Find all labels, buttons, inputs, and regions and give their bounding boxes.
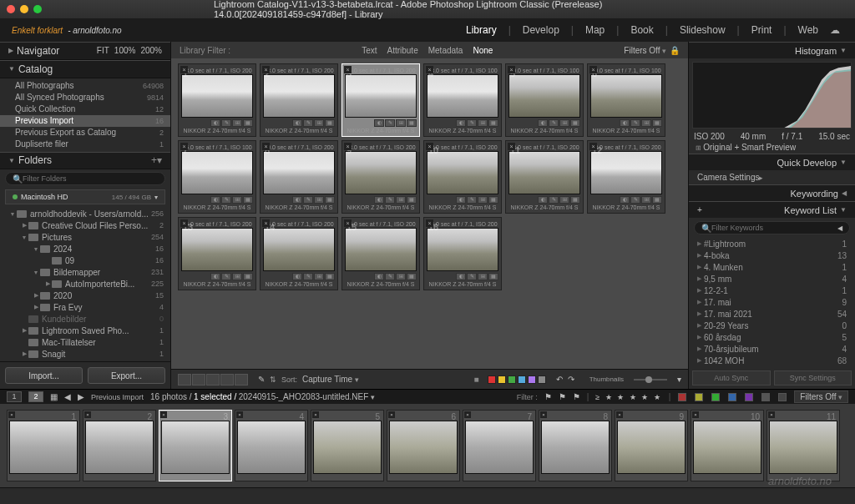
thumbnail-image[interactable]: [427, 228, 498, 271]
module-print[interactable]: Print: [748, 24, 776, 36]
import-button[interactable]: Import...: [5, 367, 83, 384]
badge-icon[interactable]: ✎: [221, 273, 231, 280]
badge-icon[interactable]: ⊞: [478, 196, 488, 204]
filmstrip[interactable]: ×1×2×3×4×5×6×7×8×9×10×11: [0, 404, 855, 487]
cell-close-icon[interactable]: ×: [160, 411, 167, 418]
rating-filter[interactable]: ≥ ★ ★ ★ ★ ★: [595, 393, 661, 401]
thumbnail-image[interactable]: [181, 74, 253, 118]
navigator-zoom-options[interactable]: FIT 100% 200%: [97, 46, 162, 55]
badge-icon[interactable]: ▦: [488, 119, 498, 127]
cell-close-icon[interactable]: ×: [262, 219, 270, 227]
module-develop[interactable]: Develop: [519, 24, 563, 36]
clear-icon[interactable]: ◀: [837, 224, 842, 232]
catalog-panel-header[interactable]: ▼ Catalog: [0, 60, 170, 78]
keyword-item[interactable]: ▶20-29 Years0: [689, 320, 855, 331]
badge-icon[interactable]: ✎: [303, 119, 313, 127]
catalog-item[interactable]: Dupliserte filer1: [0, 139, 170, 150]
catalog-item[interactable]: Previous Export as Catalog2: [0, 127, 170, 139]
toolbar-menu-icon[interactable]: ▾: [677, 375, 681, 384]
badge-icon[interactable]: ✎: [467, 196, 477, 204]
cell-close-icon[interactable]: ×: [768, 411, 775, 418]
grid-cell[interactable]: ×1213.0 sec at f / 7.1, ISO 200◐✎⊞▦NIKKO…: [587, 140, 665, 214]
badge-icon[interactable]: ◐: [210, 196, 220, 204]
folder-item[interactable]: ▶AutoImporterteBi...225: [0, 278, 170, 290]
thumbnail-image[interactable]: [263, 74, 335, 118]
filmstrip-cell[interactable]: ×10: [691, 410, 764, 481]
badge-icon[interactable]: ▦: [488, 196, 498, 204]
badge-icon[interactable]: ◐: [374, 119, 384, 127]
grid-cell[interactable]: ×1615.0 sec at f / 7.1, ISO 200◐✎⊞▦NIKKO…: [423, 217, 502, 290]
grid-cell[interactable]: ×1415.0 sec at f / 7.1, ISO 200◐✎⊞▦NIKKO…: [260, 217, 338, 290]
cell-close-icon[interactable]: ×: [616, 411, 623, 418]
keyword-item[interactable]: ▶70-årsjubileum4: [689, 343, 855, 355]
catalog-item[interactable]: Quick Collection12: [0, 103, 170, 115]
badge-icon[interactable]: ◐: [210, 273, 220, 280]
volume-header[interactable]: Macintosh HD 145 / 494 GB ▾: [5, 189, 165, 204]
cell-close-icon[interactable]: ×: [426, 66, 433, 73]
folder-item[interactable]: ▶Snagit1: [0, 348, 170, 360]
badge-icon[interactable]: ◐: [292, 273, 302, 280]
keyword-item[interactable]: ▶1042 MOH68: [689, 355, 855, 366]
quick-develop-panel-header[interactable]: Quick Develop ▼: [689, 154, 855, 170]
flag-filter-icon[interactable]: ⚑: [559, 392, 566, 401]
badge-icon[interactable]: ◐: [374, 273, 384, 280]
catalog-item[interactable]: All Synced Photographs9814: [0, 92, 170, 103]
filters-off-dropdown[interactable]: Filters Off ▾: [624, 46, 666, 55]
filmstrip-thumbnail[interactable]: [389, 421, 458, 474]
flag-filter-icon[interactable]: ⚑: [573, 392, 580, 401]
filmstrip-thumbnail[interactable]: [85, 421, 154, 474]
thumbnail-image[interactable]: [427, 74, 498, 118]
module-web[interactable]: Web: [795, 24, 822, 36]
badge-icon[interactable]: ⊞: [641, 119, 651, 127]
badge-icon[interactable]: ✎: [467, 119, 477, 127]
badge-icon[interactable]: ⊞: [396, 119, 406, 127]
badge-icon[interactable]: ▦: [325, 196, 335, 204]
badge-icon[interactable]: ◐: [456, 273, 466, 280]
module-book[interactable]: Book: [627, 24, 656, 36]
badge-icon[interactable]: ▦: [652, 119, 662, 127]
filmstrip-thumbnail[interactable]: [769, 421, 837, 474]
badge-icon[interactable]: ▦: [407, 196, 417, 204]
badge-icon[interactable]: ◐: [620, 119, 630, 127]
folder-item[interactable]: ▶Creative Cloud Files Perso...2: [0, 219, 170, 231]
keyword-filter-input[interactable]: 🔍 ◀: [694, 221, 850, 234]
badge-icon[interactable]: ✎: [549, 196, 559, 204]
grid-cell[interactable]: ×113.0 sec at f / 7.1, ISO 200◐✎⊞▦NIKKOR…: [178, 63, 256, 137]
zoom-window-button[interactable]: [33, 5, 42, 13]
filmstrip-thumbnail[interactable]: [9, 421, 78, 474]
cell-close-icon[interactable]: ×: [262, 66, 270, 73]
filmstrip-thumbnail[interactable]: [693, 421, 761, 474]
painter-icon[interactable]: ✎: [258, 375, 265, 384]
source-label[interactable]: Previous Import: [91, 393, 144, 401]
badge-icon[interactable]: ◐: [538, 119, 548, 127]
grid-cell[interactable]: ×315.0 sec at f / 7.1, ISO 200◐✎⊞▦NIKKOR…: [341, 63, 420, 137]
keyword-item[interactable]: ▶4-boka13: [689, 249, 855, 261]
keyword-item[interactable]: ▶12-2-11: [689, 285, 855, 296]
navigator-panel-header[interactable]: ▶ Navigator FIT 100% 200%: [0, 42, 170, 60]
rotate-cw-icon[interactable]: ↷: [568, 375, 574, 384]
cell-close-icon[interactable]: ×: [344, 143, 352, 150]
cloud-sync-icon[interactable]: ☁: [827, 24, 843, 36]
folder-item[interactable]: Kundebilder0: [0, 313, 170, 325]
badge-icon[interactable]: ⊞: [232, 273, 242, 280]
catalog-item[interactable]: All Photographs64908: [0, 80, 170, 92]
badge-icon[interactable]: ⊞: [396, 273, 406, 280]
folder-filter-field[interactable]: [23, 174, 158, 183]
keyword-list-panel-header[interactable]: + Keyword List ▼: [689, 201, 855, 218]
module-library[interactable]: Library: [463, 24, 500, 36]
keyword-item[interactable]: ▶17. mai9: [689, 296, 855, 308]
badge-icon[interactable]: ⊞: [232, 119, 242, 127]
grid-cell[interactable]: ×413.0 sec at f / 7.1, ISO 100◐✎⊞▦NIKKOR…: [423, 63, 502, 137]
filter-text-tab[interactable]: Text: [357, 46, 382, 55]
color-filter-blue[interactable]: [728, 393, 736, 401]
badge-icon[interactable]: ✎: [221, 119, 231, 127]
flag-filter-icon[interactable]: ⚑: [544, 392, 552, 401]
badge-icon[interactable]: ◐: [620, 196, 630, 204]
color-filter-green[interactable]: [711, 393, 720, 401]
grid-cell[interactable]: ×520.0 sec at f / 7.1, ISO 100◐✎⊞▦NIKKOR…: [505, 63, 584, 137]
keyword-filter-field[interactable]: [711, 224, 837, 232]
badge-icon[interactable]: ▦: [407, 273, 417, 280]
grid-cell[interactable]: ×213.0 sec at f / 7.1, ISO 200◐✎⊞▦NIKKOR…: [260, 63, 338, 137]
filmstrip-thumbnail[interactable]: [465, 421, 534, 474]
filmstrip-cell[interactable]: ×1: [7, 410, 80, 481]
